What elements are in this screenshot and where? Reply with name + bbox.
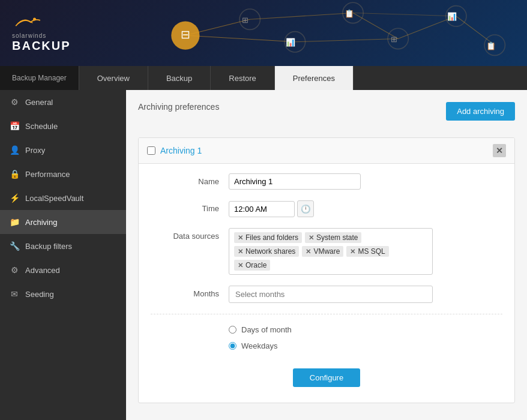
gear-icon: ⚙ — [10, 97, 19, 107]
days-of-month-radio[interactable] — [229, 326, 236, 334]
sidebar-item-schedule[interactable]: 📅 Schedule — [0, 114, 126, 138]
archiving-card-title: Archiving 1 — [160, 146, 202, 155]
network-background-icon: ⊞ 📊 📋 ⊞ 📊 📋 ⊟ — [108, 0, 527, 66]
data-sources-label: Data sources — [151, 228, 229, 241]
app-header: solarwinds BACKUP ⊞ 📊 📋 ⊞ 📊 📋 ⊟ — [0, 0, 527, 66]
page-title: Archiving preferences — [138, 102, 219, 112]
data-sources-field-wrapper: ✕ Files and folders ✕ System state ✕ Net… — [229, 228, 502, 275]
settings-icon: ⚙ — [10, 265, 19, 275]
configure-button-area: Configure — [151, 362, 502, 393]
svg-text:⊞: ⊞ — [242, 16, 248, 25]
months-row: Months — [151, 286, 502, 303]
weekdays-radio[interactable] — [229, 342, 236, 350]
weekdays-label[interactable]: Weekdays — [241, 341, 277, 350]
svg-line-11 — [295, 38, 398, 41]
archiving-form: Name Time 🕛 — [139, 164, 514, 403]
mail-icon: ✉ — [10, 289, 19, 299]
sidebar-label-general: General — [25, 98, 53, 107]
months-input[interactable] — [229, 286, 433, 303]
svg-line-15 — [353, 13, 456, 16]
sidebar-label-localspeedvault: LocalSpeedVault — [25, 194, 83, 203]
tag-network-shares: ✕ Network shares — [234, 246, 299, 257]
tag-label: VMware — [313, 247, 340, 256]
tag-label: MS SQL — [358, 247, 385, 256]
sidebar-item-performance[interactable]: 🔒 Performance — [0, 162, 126, 186]
data-sources-tags[interactable]: ✕ Files and folders ✕ System state ✕ Net… — [229, 228, 433, 275]
tab-preferences[interactable]: Preferences — [275, 66, 354, 90]
time-picker-button[interactable]: 🕛 — [297, 200, 314, 217]
remove-oracle-button[interactable]: ✕ — [238, 262, 243, 269]
name-input[interactable] — [229, 173, 361, 190]
logo-product: BACKUP — [12, 39, 71, 53]
archiving-card: Archiving 1 ✕ Name Time — [138, 137, 515, 403]
time-label: Time — [151, 200, 229, 213]
configure-button[interactable]: Configure — [293, 368, 360, 387]
sidebar: ⚙ General 📅 Schedule 👤 Proxy 🔒 Performan… — [0, 90, 126, 420]
sidebar-item-archiving[interactable]: 📁 Archiving — [0, 210, 126, 234]
sidebar-label-performance: Performance — [25, 170, 70, 179]
solarwinds-logo-icon — [12, 13, 42, 31]
user-icon: 👤 — [10, 145, 19, 155]
svg-point-0 — [33, 18, 36, 21]
folder-icon: 📁 — [10, 217, 19, 227]
archiving-card-header: Archiving 1 ✕ — [139, 138, 514, 164]
logo-area: solarwinds BACKUP — [12, 13, 71, 53]
tab-backup-manager[interactable]: Backup Manager — [0, 66, 79, 90]
remove-vmware-button[interactable]: ✕ — [306, 248, 311, 255]
sidebar-label-backup-filters: Backup filters — [25, 242, 72, 251]
tag-ms-sql: ✕ MS SQL — [346, 246, 388, 257]
name-field-wrapper — [229, 173, 502, 190]
nav-tabs: Backup Manager Overview Backup Restore P… — [0, 66, 527, 90]
time-row: Time 🕛 — [151, 200, 502, 217]
svg-text:📊: 📊 — [286, 38, 296, 47]
svg-text:⊟: ⊟ — [181, 28, 190, 41]
name-label: Name — [151, 173, 229, 186]
months-label: Months — [151, 286, 229, 298]
remove-ms-sql-button[interactable]: ✕ — [350, 248, 355, 255]
time-input[interactable] — [229, 201, 295, 217]
radio-group: Days of month Weekdays — [151, 325, 502, 350]
tab-backup[interactable]: Backup — [148, 66, 211, 90]
days-of-month-row: Days of month — [229, 325, 502, 334]
svg-text:⊞: ⊞ — [391, 35, 397, 44]
data-sources-row: Data sources ✕ Files and folders ✕ Syste… — [151, 228, 502, 275]
sidebar-label-proxy: Proxy — [25, 146, 45, 155]
sidebar-item-advanced[interactable]: ⚙ Advanced — [0, 258, 126, 282]
tag-oracle: ✕ Oracle — [234, 260, 270, 271]
tag-files-and-folders: ✕ Files and folders — [234, 232, 302, 243]
tag-label: Files and folders — [245, 233, 298, 242]
sidebar-item-localspeedvault[interactable]: ⚡ LocalSpeedVault — [0, 186, 126, 210]
form-divider — [151, 314, 502, 314]
lock-icon: 🔒 — [10, 169, 19, 179]
tag-label: Network shares — [245, 247, 295, 256]
filter-icon: 🔧 — [10, 241, 19, 251]
tag-system-state: ✕ System state — [305, 232, 361, 243]
sidebar-item-seeding[interactable]: ✉ Seeding — [0, 282, 126, 306]
sidebar-item-backup-filters[interactable]: 🔧 Backup filters — [0, 234, 126, 258]
sidebar-label-seeding: Seeding — [25, 290, 54, 299]
archiving-checkbox[interactable] — [147, 146, 155, 155]
weekdays-row: Weekdays — [229, 341, 502, 350]
svg-text:📋: 📋 — [486, 41, 496, 51]
remove-network-shares-button[interactable]: ✕ — [238, 248, 243, 255]
name-row: Name — [151, 173, 502, 190]
svg-text:📊: 📊 — [447, 12, 457, 22]
days-of-month-label[interactable]: Days of month — [241, 325, 292, 334]
remove-system-state-button[interactable]: ✕ — [309, 235, 314, 241]
sidebar-item-general[interactable]: ⚙ General — [0, 90, 126, 114]
lightning-icon: ⚡ — [10, 193, 19, 203]
tab-restore[interactable]: Restore — [211, 66, 275, 90]
svg-text:📋: 📋 — [345, 9, 355, 19]
tag-label: System state — [316, 233, 358, 242]
tab-overview[interactable]: Overview — [79, 66, 148, 90]
add-archiving-button[interactable]: Add archiving — [446, 102, 515, 121]
clock-icon: 🕛 — [301, 205, 311, 214]
remove-files-and-folders-button[interactable]: ✕ — [238, 235, 243, 241]
sidebar-item-proxy[interactable]: 👤 Proxy — [0, 138, 126, 162]
content-area: Archiving preferences Add archiving Arch… — [126, 90, 527, 420]
close-archiving-button[interactable]: ✕ — [493, 144, 506, 157]
tag-label: Oracle — [245, 261, 267, 269]
calendar-icon: 📅 — [10, 121, 19, 131]
main-layout: ⚙ General 📅 Schedule 👤 Proxy 🔒 Performan… — [0, 90, 527, 420]
sidebar-label-advanced: Advanced — [25, 266, 60, 275]
